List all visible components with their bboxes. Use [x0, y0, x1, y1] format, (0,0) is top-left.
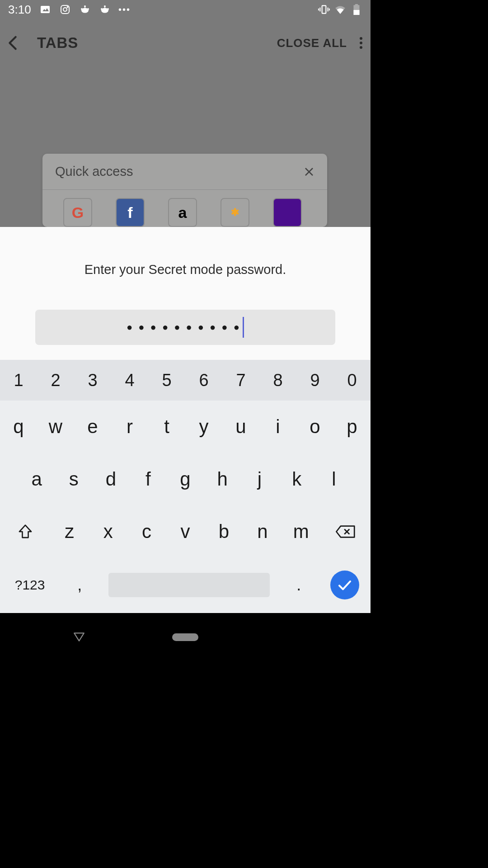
key-2[interactable]: 2	[37, 360, 74, 401]
close-all-button[interactable]: CLOSE ALL	[277, 36, 347, 50]
reddit-icon-2	[99, 4, 111, 15]
key-1[interactable]: 1	[0, 360, 37, 401]
key-u[interactable]: u	[222, 401, 259, 453]
reddit-icon	[79, 4, 91, 15]
vibrate-icon	[318, 4, 330, 15]
key-b[interactable]: b	[205, 505, 243, 558]
quick-access-title: Quick access	[55, 164, 133, 179]
key-f[interactable]: f	[130, 453, 167, 505]
key-o[interactable]: o	[296, 401, 333, 453]
quick-access-card: Quick access G f a ✱	[42, 154, 327, 227]
space-key[interactable]	[99, 558, 279, 612]
quick-access-amazon[interactable]: a	[168, 198, 197, 227]
svg-rect-15	[322, 5, 326, 13]
key-g[interactable]: g	[167, 453, 204, 505]
key-0[interactable]: 0	[333, 360, 371, 401]
photos-icon	[39, 4, 51, 15]
password-input[interactable]: ●●●●●●●●●●	[35, 310, 335, 345]
key-p[interactable]: p	[333, 401, 371, 453]
quick-access-facebook[interactable]: f	[116, 198, 145, 227]
key-w[interactable]: w	[37, 401, 74, 453]
key-j[interactable]: j	[241, 453, 278, 505]
key-h[interactable]: h	[204, 453, 241, 505]
app-bar: TABS CLOSE ALL	[0, 27, 371, 59]
key-q[interactable]: q	[0, 401, 37, 453]
svg-point-11	[104, 5, 106, 7]
key-7[interactable]: 7	[222, 360, 259, 401]
svg-point-13	[101, 8, 103, 10]
key-n[interactable]: n	[243, 505, 282, 558]
password-value: ●●●●●●●●●●	[127, 321, 245, 333]
key-i[interactable]: i	[259, 401, 296, 453]
keyboard-row-1: q w e r t y u i o p	[0, 401, 371, 453]
status-time: 3:10	[8, 3, 31, 17]
key-9[interactable]: 9	[296, 360, 333, 401]
key-r[interactable]: r	[111, 401, 148, 453]
svg-point-8	[81, 8, 83, 10]
keyboard-row-2: a s d f g h j k l	[0, 453, 371, 505]
enter-button	[330, 571, 359, 599]
quick-access-header: Quick access	[42, 154, 327, 190]
nav-back-icon[interactable]	[73, 632, 85, 642]
svg-marker-27	[74, 633, 84, 641]
keyboard-bottom-row: ?123 , .	[0, 558, 371, 612]
key-5[interactable]: 5	[148, 360, 185, 401]
battery-icon	[351, 4, 362, 15]
svg-point-14	[107, 8, 109, 10]
key-8[interactable]: 8	[259, 360, 296, 401]
svg-point-9	[87, 8, 89, 10]
text-cursor	[243, 317, 244, 338]
password-prompt-panel: Enter your Secret mode password. ●●●●●●●…	[0, 227, 371, 360]
navigation-bar	[0, 614, 371, 660]
key-m[interactable]: m	[282, 505, 320, 558]
status-right	[318, 4, 362, 15]
comma-key[interactable]: ,	[60, 558, 99, 612]
keyboard-number-row: 1 2 3 4 5 6 7 8 9 0	[0, 360, 371, 401]
key-4[interactable]: 4	[111, 360, 148, 401]
key-l[interactable]: l	[315, 453, 352, 505]
period-key[interactable]: .	[279, 558, 319, 612]
keyboard: 1 2 3 4 5 6 7 8 9 0 q w e r t y u i o p …	[0, 360, 371, 613]
svg-point-3	[63, 8, 67, 11]
svg-rect-21	[355, 4, 358, 5]
key-y[interactable]: y	[185, 401, 222, 453]
key-x[interactable]: x	[89, 505, 127, 558]
page-title: TABS	[37, 34, 78, 52]
back-icon[interactable]	[8, 35, 28, 51]
prompt-text: Enter your Secret mode password.	[84, 262, 286, 277]
svg-rect-0	[41, 6, 50, 13]
background-overlay: 3:10 •••	[0, 0, 371, 227]
quick-access-google[interactable]: G	[63, 198, 92, 227]
key-6[interactable]: 6	[185, 360, 222, 401]
shift-key[interactable]	[0, 505, 50, 558]
more-notifications-icon: •••	[119, 4, 131, 15]
svg-rect-22	[353, 10, 359, 15]
status-bar: 3:10 •••	[0, 0, 371, 19]
space-bar	[108, 573, 270, 597]
wifi-icon	[334, 4, 346, 15]
symbol-key[interactable]: ?123	[0, 558, 60, 612]
key-d[interactable]: d	[92, 453, 129, 505]
backspace-key[interactable]	[320, 505, 371, 558]
keyboard-row-3: z x c v b n m	[0, 505, 371, 558]
instagram-icon	[59, 4, 71, 15]
key-a[interactable]: a	[18, 453, 55, 505]
more-menu-icon[interactable]	[360, 37, 362, 49]
key-t[interactable]: t	[148, 401, 185, 453]
quick-access-yahoo[interactable]	[273, 198, 302, 227]
close-icon[interactable]	[304, 166, 314, 177]
key-k[interactable]: k	[278, 453, 315, 505]
key-3[interactable]: 3	[74, 360, 111, 401]
key-s[interactable]: s	[55, 453, 92, 505]
key-c[interactable]: c	[127, 505, 166, 558]
quick-access-icons: G f a ✱	[42, 190, 327, 227]
enter-key[interactable]	[319, 558, 371, 612]
svg-point-6	[84, 5, 86, 7]
status-left: 3:10 •••	[8, 3, 131, 17]
key-e[interactable]: e	[74, 401, 111, 453]
quick-access-walmart[interactable]: ✱	[221, 198, 249, 227]
key-z[interactable]: z	[50, 505, 89, 558]
svg-point-4	[67, 7, 68, 8]
nav-home-pill[interactable]	[172, 633, 198, 641]
key-v[interactable]: v	[166, 505, 204, 558]
